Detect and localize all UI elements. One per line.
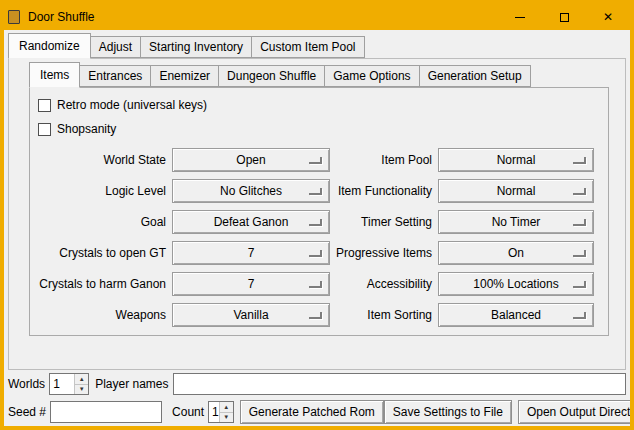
spin-arrows: ▲ ▼ [219,402,233,422]
close-icon: ✕ [603,10,613,24]
shopsanity-checkbox[interactable] [38,123,51,136]
tab-adjust[interactable]: Adjust [90,36,141,58]
dropdown-value: On [508,246,524,260]
seed-input[interactable] [50,401,162,423]
tab-entrances[interactable]: Entrances [79,65,151,87]
save-settings-button[interactable]: Save Settings to File [384,400,512,424]
dropdown-value: No Timer [492,215,541,229]
logic-level-label: Logic Level [38,184,166,198]
worlds-label: Worlds [8,377,45,391]
spin-up-icon[interactable]: ▲ [75,374,88,385]
item-functionality-dropdown[interactable]: Normal [438,179,594,203]
dropdown-indicator-icon [573,188,586,195]
tab-dungeon-shuffle[interactable]: Dungeon Shuffle [218,65,325,87]
crystals-ganon-dropdown[interactable]: 7 [172,272,330,296]
inner-tab-bar: Items Entrances Enemizer Dungeon Shuffle… [29,62,625,87]
dropdown-indicator-icon [309,188,322,195]
item-pool-label: Item Pool [336,153,432,167]
tab-items[interactable]: Items [29,62,80,88]
app-icon [8,10,20,24]
close-button[interactable]: ✕ [586,4,630,30]
count-spinbox[interactable]: 1 ▲ ▼ [208,401,234,423]
shopsanity-row: Shopsanity [38,118,600,140]
item-functionality-label: Item Functionality [336,184,432,198]
dropdown-indicator-icon [309,157,322,164]
minimize-button[interactable] [498,4,542,30]
item-pool-dropdown[interactable]: Normal [438,148,594,172]
maximize-icon [560,13,569,22]
timer-setting-dropdown[interactable]: No Timer [438,210,594,234]
outer-tab-bar: Randomize Adjust Starting Inventory Cust… [8,33,630,58]
player-names-input[interactable] [173,373,627,395]
weapons-label: Weapons [38,308,166,322]
dropdown-value: 100% Locations [473,277,558,291]
worlds-spinbox[interactable]: 1 ▲ ▼ [49,373,89,395]
dropdown-indicator-icon [573,219,586,226]
world-state-dropdown[interactable]: Open [172,148,330,172]
dropdown-indicator-icon [573,157,586,164]
logic-level-dropdown[interactable]: No Glitches [172,179,330,203]
randomize-pane: Items Entrances Enemizer Dungeon Shuffle… [8,58,626,370]
dropdown-value: Balanced [491,308,541,322]
progressive-items-dropdown[interactable]: On [438,241,594,265]
retro-mode-checkbox[interactable] [38,99,51,112]
dropdown-indicator-icon [309,219,322,226]
spin-up-icon[interactable]: ▲ [220,402,233,413]
tab-randomize[interactable]: Randomize [8,33,91,59]
seed-label: Seed # [8,405,46,419]
worlds-value: 1 [50,374,74,394]
tab-starting-inventory[interactable]: Starting Inventory [140,36,252,58]
dropdown-indicator-icon [309,250,322,257]
timer-setting-label: Timer Setting [336,215,432,229]
spin-arrows: ▲ ▼ [74,374,88,394]
retro-mode-row: Retro mode (universal keys) [38,94,600,116]
crystals-ganon-label: Crystals to harm Ganon [38,277,166,291]
door-shuffle-window: Door Shuffle ✕ Randomize Adjust Starting… [0,0,634,430]
shopsanity-label: Shopsanity [57,122,116,136]
dropdown-indicator-icon [573,281,586,288]
crystals-gt-dropdown[interactable]: 7 [172,241,330,265]
progressive-items-label: Progressive Items [336,246,432,260]
dropdown-value: Normal [497,184,536,198]
weapons-dropdown[interactable]: Vanilla [172,303,330,327]
dropdown-indicator-icon [309,312,322,319]
client-area: Randomize Adjust Starting Inventory Cust… [4,30,630,426]
accessibility-dropdown[interactable]: 100% Locations [438,272,594,296]
retro-mode-label: Retro mode (universal keys) [57,98,207,112]
tab-enemizer[interactable]: Enemizer [150,65,219,87]
dropdown-value: Open [236,153,265,167]
goal-dropdown[interactable]: Defeat Ganon [172,210,330,234]
count-value: 1 [209,402,219,422]
maximize-button[interactable] [542,4,586,30]
items-pane: Retro mode (universal keys) Shopsanity W… [29,87,609,336]
accessibility-label: Accessibility [336,277,432,291]
world-state-label: World State [38,153,166,167]
dropdown-value: 7 [248,277,255,291]
player-names-label: Player names [95,377,168,391]
worlds-row: Worlds 1 ▲ ▼ Player names [8,372,626,396]
spin-down-icon[interactable]: ▼ [75,385,88,395]
dropdown-value: No Glitches [220,184,282,198]
item-sorting-dropdown[interactable]: Balanced [438,303,594,327]
tab-custom-item-pool[interactable]: Custom Item Pool [251,36,364,58]
goal-label: Goal [38,215,166,229]
window-title: Door Shuffle [28,10,95,24]
open-output-directory-button[interactable]: Open Output Directory [518,400,630,424]
fields-grid: World State Open Item Pool Normal Logic … [38,148,600,327]
count-label: Count [172,405,204,419]
tab-game-options[interactable]: Game Options [324,65,419,87]
item-sorting-label: Item Sorting [336,308,432,322]
crystals-gt-label: Crystals to open GT [38,246,166,260]
tab-generation-setup[interactable]: Generation Setup [419,65,531,87]
dropdown-value: Vanilla [233,308,268,322]
dropdown-value: 7 [248,246,255,260]
dropdown-value: Defeat Ganon [214,215,289,229]
minimize-icon [515,17,525,18]
seed-row: Seed # Count 1 ▲ ▼ Generate Patched Rom … [8,400,626,424]
generate-patched-rom-button[interactable]: Generate Patched Rom [240,400,384,424]
spin-down-icon[interactable]: ▼ [220,413,233,423]
dropdown-indicator-icon [573,312,586,319]
dropdown-value: Normal [497,153,536,167]
dropdown-indicator-icon [309,281,322,288]
titlebar: Door Shuffle ✕ [4,4,630,30]
